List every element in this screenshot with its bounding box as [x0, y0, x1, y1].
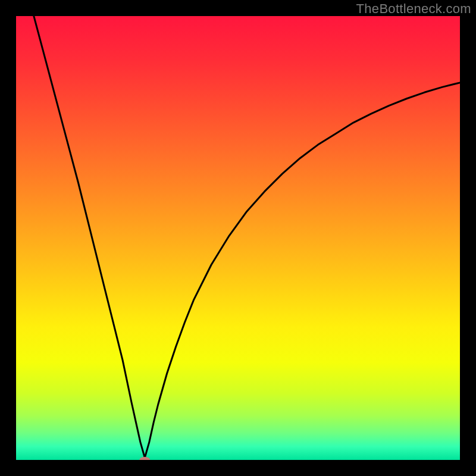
watermark-text: TheBottleneck.com [356, 1, 471, 17]
chart-plot-area [16, 16, 460, 460]
chart-svg [16, 16, 460, 460]
chart-background [16, 16, 460, 460]
chart-canvas-outer: TheBottleneck.com [0, 0, 476, 476]
